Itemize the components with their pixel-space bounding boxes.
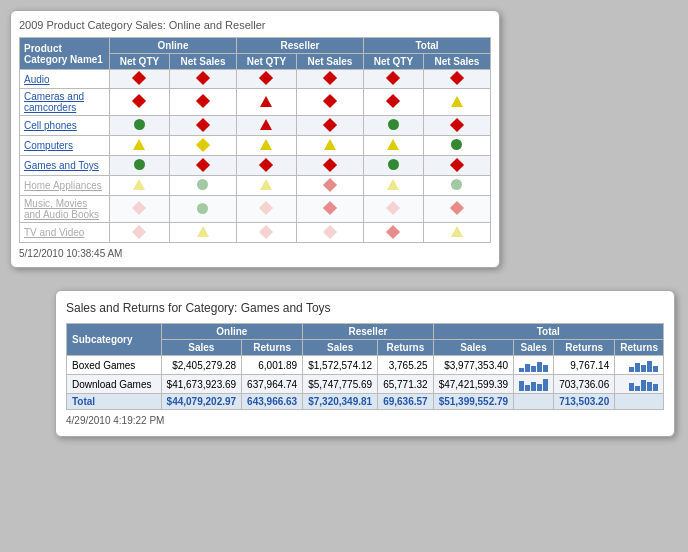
- bottom-sh-sales2: Sales: [303, 340, 378, 356]
- top-timestamp: 5/12/2010 10:38:45 AM: [19, 248, 491, 259]
- table-row: Music, Movies and Audio Books: [20, 196, 491, 223]
- top-sh-3: Net QTY: [236, 54, 296, 70]
- table-row: Cell phones: [20, 116, 491, 136]
- bottom-group-online: Online: [161, 324, 303, 340]
- bottom-table: Subcategory Online Reseller Total Sales …: [66, 323, 664, 410]
- category-name[interactable]: Audio: [20, 70, 110, 89]
- top-table: Product Category Name1 Online Reseller T…: [19, 37, 491, 243]
- table-row: Boxed Games$2,405,279.286,001.89$1,572,5…: [67, 356, 664, 375]
- top-group-reseller: Reseller: [236, 38, 363, 54]
- table-row: Home Appliances: [20, 176, 491, 196]
- top-sh-5: Net QTY: [363, 54, 423, 70]
- total-label: Total: [67, 394, 162, 410]
- table-row: Audio: [20, 70, 491, 89]
- category-name[interactable]: Cell phones: [20, 116, 110, 136]
- category-name[interactable]: Games and Toys: [20, 156, 110, 176]
- bottom-sh-spark2: Returns: [615, 340, 664, 356]
- bottom-sh-returns3: Returns: [554, 340, 615, 356]
- bottom-sh-sales3: Sales: [433, 340, 514, 356]
- top-sh-1: Net QTY: [110, 54, 170, 70]
- category-name[interactable]: TV and Video: [20, 223, 110, 243]
- table-row: TV and Video: [20, 223, 491, 243]
- top-group-online: Online: [110, 38, 237, 54]
- bottom-group-reseller: Reseller: [303, 324, 433, 340]
- bottom-sh-spark1: Sales: [514, 340, 554, 356]
- bottom-timestamp: 4/29/2010 4:19:22 PM: [66, 415, 664, 426]
- table-row: Cameras and camcorders: [20, 89, 491, 116]
- top-col-label: Product Category Name1: [20, 38, 110, 70]
- top-sh-6: Net Sales: [423, 54, 490, 70]
- table-row: Download Games$41,673,923.69637,964.74$5…: [67, 375, 664, 394]
- top-sh-4: Net Sales: [296, 54, 363, 70]
- top-panel-title: 2009 Product Category Sales: Online and …: [19, 19, 491, 31]
- subcategory-name: Boxed Games: [67, 356, 162, 375]
- bottom-group-total: Total: [433, 324, 663, 340]
- category-name[interactable]: Home Appliances: [20, 176, 110, 196]
- category-name[interactable]: Cameras and camcorders: [20, 89, 110, 116]
- category-name[interactable]: Music, Movies and Audio Books: [20, 196, 110, 223]
- category-name[interactable]: Computers: [20, 136, 110, 156]
- bottom-panel-title: Sales and Returns for Category: Games an…: [66, 301, 664, 315]
- table-row: Games and Toys: [20, 156, 491, 176]
- table-row: Computers: [20, 136, 491, 156]
- top-panel: 2009 Product Category Sales: Online and …: [10, 10, 500, 268]
- bottom-panel: Sales and Returns for Category: Games an…: [55, 290, 675, 437]
- total-row: Total$44,079,202.97643,966.63$7,320,349.…: [67, 394, 664, 410]
- bottom-sh-returns2: Returns: [378, 340, 434, 356]
- bottom-sh-sales1: Sales: [161, 340, 242, 356]
- top-group-total: Total: [363, 38, 490, 54]
- bottom-col-label: Subcategory: [67, 324, 162, 356]
- subcategory-name: Download Games: [67, 375, 162, 394]
- top-sh-2: Net Sales: [169, 54, 236, 70]
- bottom-sh-returns1: Returns: [242, 340, 303, 356]
